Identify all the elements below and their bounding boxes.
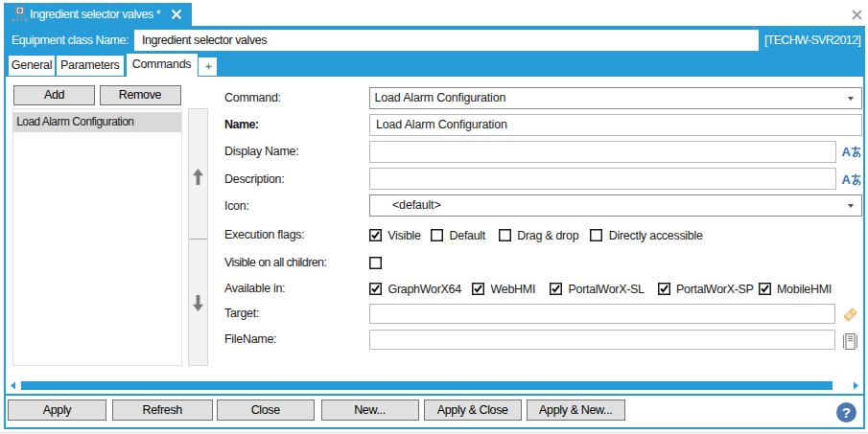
svg-text:A: A [841, 145, 851, 159]
svg-text:A: A [841, 172, 851, 187]
